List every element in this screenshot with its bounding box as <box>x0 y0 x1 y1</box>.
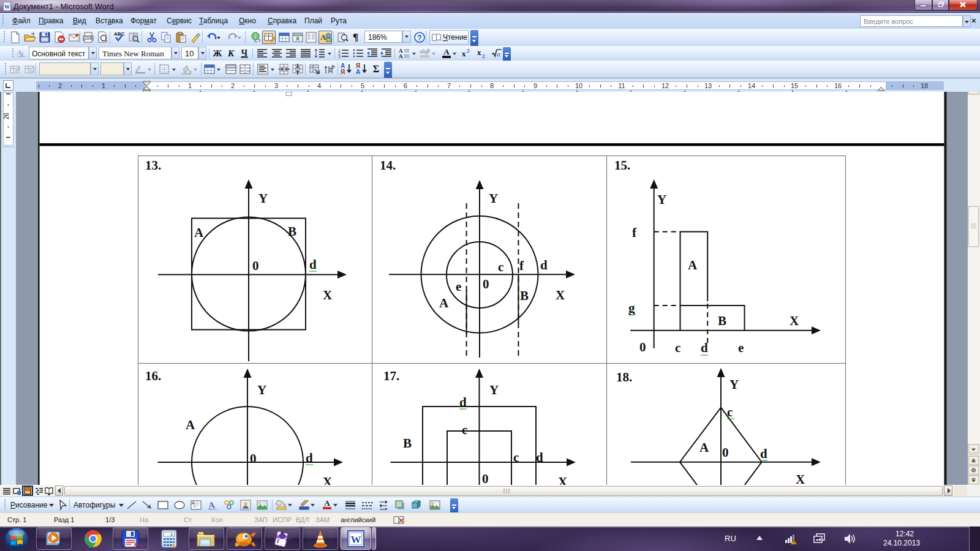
svg-text:X: X <box>790 313 799 328</box>
svg-text:64: 64 <box>134 542 139 547</box>
svg-text:f: f <box>632 225 637 240</box>
svg-text:A: A <box>186 418 195 432</box>
svg-text:d: d <box>306 451 313 465</box>
svg-text:B: B <box>520 288 529 303</box>
svg-text:X: X <box>323 288 332 302</box>
svg-text:Y: Y <box>489 191 498 206</box>
svg-text:ab: ab <box>420 48 426 54</box>
svg-text:c: c <box>462 422 467 437</box>
svg-text:X: X <box>556 288 565 302</box>
svg-text:13.: 13. <box>145 158 161 173</box>
svg-text:W: W <box>351 534 361 545</box>
svg-text:B: B <box>288 224 296 239</box>
svg-text:A: A <box>320 32 326 42</box>
svg-text:Ч: Ч <box>241 48 248 58</box>
svg-text:Y: Y <box>257 383 266 397</box>
svg-text:¶: ¶ <box>353 31 358 43</box>
svg-text:d: d <box>309 257 317 272</box>
svg-text:0: 0 <box>170 533 173 537</box>
svg-text:15.: 15. <box>614 158 630 173</box>
svg-text:Y: Y <box>489 383 499 397</box>
svg-text:e: e <box>738 340 744 355</box>
svg-text:0: 0 <box>250 451 257 466</box>
svg-text:0: 0 <box>639 340 646 354</box>
svg-text:0: 0 <box>722 445 729 460</box>
svg-text:d: d <box>536 450 543 465</box>
svg-text:x: x <box>477 48 481 57</box>
svg-text:x: x <box>462 49 466 58</box>
svg-text:Y: Y <box>657 192 666 207</box>
svg-text:ABC: ABC <box>114 31 125 37</box>
svg-text:17.: 17. <box>383 369 399 383</box>
svg-text:Я: Я <box>341 69 345 75</box>
svg-text:2: 2 <box>467 48 470 54</box>
svg-text:c: c <box>513 450 519 465</box>
svg-text:X: X <box>296 36 300 42</box>
svg-text:g: g <box>628 301 635 315</box>
svg-text:0: 0 <box>252 258 259 273</box>
svg-text:e: e <box>456 279 461 294</box>
svg-text:0: 0 <box>482 471 489 485</box>
svg-text:0: 0 <box>483 277 489 291</box>
svg-text:К: К <box>227 48 235 58</box>
svg-text:B: B <box>718 313 726 328</box>
svg-text:α: α <box>497 50 500 58</box>
svg-text:c: c <box>498 260 503 274</box>
svg-text:14.: 14. <box>380 158 396 173</box>
svg-text:A: A <box>208 500 216 511</box>
svg-text:А: А <box>443 47 450 56</box>
svg-text:A: A <box>439 296 449 310</box>
svg-text:f: f <box>519 258 524 273</box>
svg-text:A: A <box>194 225 204 240</box>
svg-text:X: X <box>558 474 567 485</box>
svg-text:Ж: Ж <box>213 48 222 58</box>
svg-text:W: W <box>4 4 10 10</box>
svg-text:А: А <box>324 498 330 508</box>
svg-text:A: A <box>192 501 195 505</box>
svg-text:X: X <box>323 474 332 485</box>
svg-text:2: 2 <box>482 53 485 59</box>
svg-text:Y: Y <box>258 191 268 206</box>
svg-text:A: A <box>399 53 403 59</box>
svg-text:A: A <box>699 440 709 455</box>
svg-text:d: d <box>701 340 708 355</box>
svg-text:16.: 16. <box>145 369 161 383</box>
svg-text:3: 3 <box>338 54 341 59</box>
svg-text:26: 26 <box>3 113 10 120</box>
svg-text:?: ? <box>417 34 421 42</box>
svg-text:A: A <box>688 258 698 272</box>
svg-text:Σ: Σ <box>373 64 379 74</box>
svg-text:d: d <box>540 258 548 272</box>
svg-text:B: B <box>403 436 412 451</box>
svg-text:Y: Y <box>729 377 739 392</box>
svg-text:А: А <box>356 69 360 75</box>
svg-text:X: X <box>796 472 805 485</box>
svg-text:d: d <box>760 446 767 461</box>
svg-text:c: c <box>727 405 733 419</box>
svg-text:18.: 18. <box>616 370 632 384</box>
svg-text:d: d <box>459 395 467 410</box>
svg-text:c: c <box>675 340 680 355</box>
